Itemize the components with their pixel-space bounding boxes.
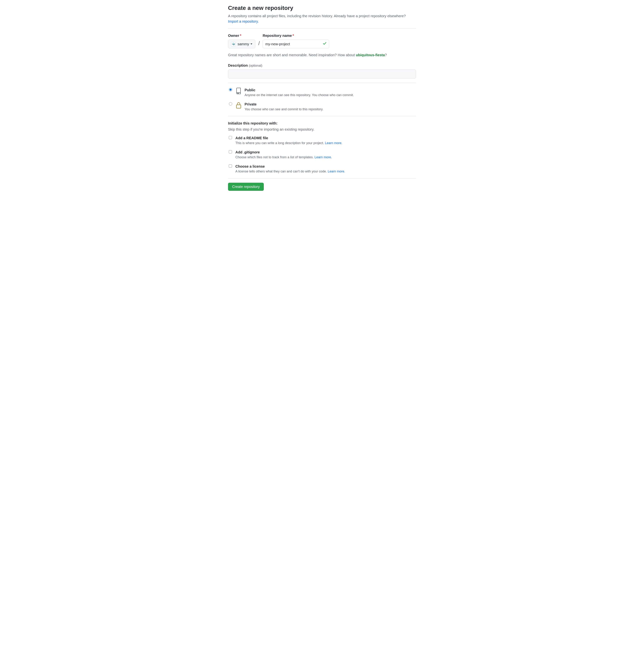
lock-icon bbox=[236, 102, 242, 109]
init-readme-desc: This is where you can write a long descr… bbox=[236, 141, 342, 145]
name-suggestion[interactable]: ubiquitous-fiesta bbox=[356, 53, 385, 57]
owner-value: sammy bbox=[238, 42, 249, 46]
owner-field: Owner* 🐳 sammy bbox=[228, 33, 255, 48]
description-optional: (optional) bbox=[249, 64, 262, 67]
owner-label-text: Owner bbox=[228, 34, 239, 38]
import-repository-link[interactable]: Import a repository. bbox=[228, 20, 259, 23]
owner-repo-row: Owner* 🐳 sammy / Repository name* bbox=[228, 33, 416, 48]
init-license-title: Choose a license bbox=[236, 164, 345, 169]
init-heading: Initialize this repository with: bbox=[228, 120, 416, 126]
visibility-private-title: Private bbox=[245, 102, 323, 107]
required-star: * bbox=[240, 34, 241, 38]
subtitle-text: A repository contains all project files,… bbox=[228, 14, 406, 18]
visibility-public-title: Public bbox=[245, 87, 354, 93]
path-separator: / bbox=[258, 39, 260, 48]
gitignore-learn-more-link[interactable]: Learn more. bbox=[315, 155, 332, 159]
repo-name-field: Repository name* bbox=[263, 33, 329, 48]
chevron-down-icon bbox=[250, 43, 252, 44]
create-repo-form: Create a new repository A repository con… bbox=[224, 0, 420, 198]
init-subtext: Skip this step if you're importing an ex… bbox=[228, 127, 416, 132]
repo-icon bbox=[236, 87, 242, 94]
required-star: * bbox=[292, 34, 294, 38]
init-license-row: Choose a license A license tells others … bbox=[228, 164, 416, 174]
name-hint-post: ? bbox=[385, 53, 387, 57]
description-input[interactable] bbox=[228, 70, 416, 78]
init-gitignore-title: Add .gitignore bbox=[236, 149, 332, 155]
visibility-public-row: Public Anyone on the internet can see th… bbox=[228, 87, 416, 98]
repo-name-label-text: Repository name bbox=[263, 34, 292, 38]
visibility-public-radio[interactable] bbox=[229, 88, 232, 91]
owner-label: Owner* bbox=[228, 33, 255, 38]
init-license-checkbox[interactable] bbox=[229, 165, 232, 168]
init-gitignore-checkbox[interactable] bbox=[229, 150, 232, 153]
visibility-public-desc: Anyone on the internet can see this repo… bbox=[245, 93, 354, 97]
init-readme-checkbox[interactable] bbox=[229, 136, 232, 139]
create-repository-button[interactable]: Create repository bbox=[228, 183, 264, 191]
description-label-text: Description bbox=[228, 64, 248, 67]
divider bbox=[228, 28, 416, 29]
owner-avatar-icon: 🐳 bbox=[231, 42, 236, 46]
init-gitignore-row: Add .gitignore Choose which files not to… bbox=[228, 149, 416, 160]
init-gitignore-desc: Choose which files not to track from a l… bbox=[236, 155, 332, 159]
license-learn-more-link[interactable]: Learn more. bbox=[328, 170, 345, 173]
readme-learn-more-link[interactable]: Learn more. bbox=[325, 141, 342, 145]
repo-name-input[interactable] bbox=[263, 40, 329, 48]
page-title: Create a new repository bbox=[228, 4, 416, 12]
description-label: Description (optional) bbox=[228, 63, 262, 68]
repo-name-label: Repository name* bbox=[263, 33, 329, 38]
visibility-private-radio[interactable] bbox=[229, 102, 232, 105]
divider bbox=[228, 83, 416, 83]
visibility-private-text: Private You choose who can see and commi… bbox=[245, 102, 323, 112]
name-hint: Great repository names are short and mem… bbox=[228, 52, 416, 58]
check-icon bbox=[323, 41, 327, 47]
owner-select-button[interactable]: 🐳 sammy bbox=[228, 40, 255, 48]
visibility-private-row: Private You choose who can see and commi… bbox=[228, 102, 416, 112]
page-subtitle: A repository contains all project files,… bbox=[228, 13, 416, 24]
init-readme-title: Add a README file bbox=[236, 135, 342, 141]
description-field: Description (optional) bbox=[228, 63, 416, 78]
name-hint-pre: Great repository names are short and mem… bbox=[228, 53, 356, 57]
visibility-public-text: Public Anyone on the internet can see th… bbox=[245, 87, 354, 98]
visibility-private-desc: You choose who can see and commit to thi… bbox=[245, 107, 323, 111]
init-license-desc: A license tells others what they can and… bbox=[236, 170, 345, 173]
init-readme-row: Add a README file This is where you can … bbox=[228, 135, 416, 146]
svg-rect-0 bbox=[237, 105, 241, 108]
